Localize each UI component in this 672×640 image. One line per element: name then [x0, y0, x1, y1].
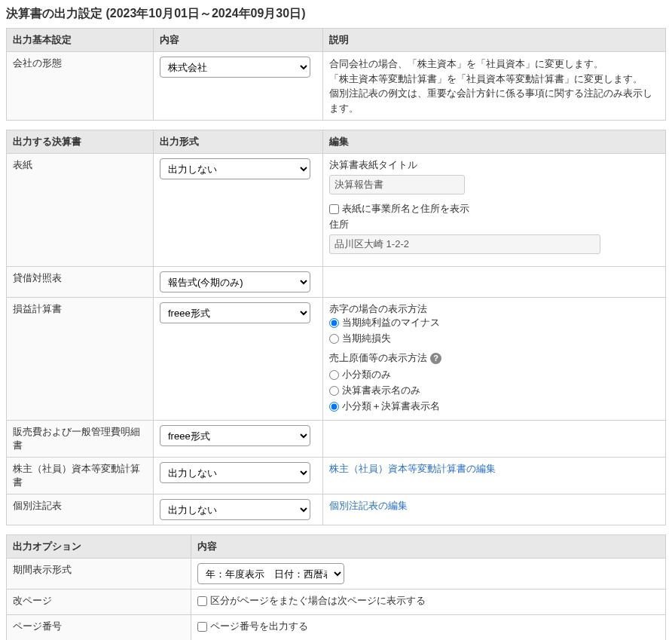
pl-label: 損益計算書: [7, 298, 154, 421]
cogs-radio-both-label: 小分類＋決算書表示名: [342, 400, 440, 413]
company-type-select[interactable]: 株式会社: [160, 57, 310, 78]
company-type-desc1: 合同会社の場合、「株主資本」を「社員資本」に変更します。: [329, 57, 659, 72]
sga-select[interactable]: freee形式: [160, 425, 310, 446]
basic-settings-table: 出力基本設定 内容 説明 会社の形態 株式会社 合同会社の場合、「株主資本」を「…: [6, 28, 666, 121]
col-content: 内容: [154, 29, 323, 52]
sga-label: 販売費および一般管理費明細書: [7, 421, 154, 458]
pagenum-checkbox[interactable]: [197, 622, 207, 632]
options-table: 出力オプション 内容 期間表示形式 年：年度表示 日付：西暦表示 改ページ 区分…: [6, 534, 666, 640]
address-label: 住所: [329, 218, 659, 231]
table-row: ページ番号 ページ番号を出力する: [7, 615, 666, 641]
notes-select[interactable]: 出力しない: [160, 499, 310, 520]
table-row: 改ページ 区分がページをまたぐ場合は次ページに表示する: [7, 589, 666, 615]
table-row: 株主（社員）資本等変動計算書 出力しない 株主（社員）資本等変動計算書の編集: [7, 458, 666, 495]
cover-label: 表紙: [7, 154, 154, 267]
table-row: 表紙 出力しない 決算書表紙タイトル 表紙に事業所名と住所を表示 住所: [7, 154, 666, 267]
table-row: 期間表示形式 年：年度表示 日付：西暦表示: [7, 559, 666, 589]
page-title: 決算書の出力設定 (2023年10月01日～2024年09月30日): [6, 6, 666, 22]
cover-title-label: 決算書表紙タイトル: [329, 158, 659, 172]
table-row: 販売費および一般管理費明細書 freee形式: [7, 421, 666, 458]
red-label: 赤字の場合の表示方法: [329, 302, 659, 316]
cogs-radio-small-label: 小分類のみ: [342, 368, 391, 381]
cogs-radio-both[interactable]: [329, 402, 339, 412]
pagebreak-checkbox[interactable]: [197, 596, 207, 606]
col-basic-setting: 出力基本設定: [7, 29, 154, 52]
table-row: 個別注記表 出力しない 個別注記表の編集: [7, 495, 666, 525]
notes-label: 個別注記表: [7, 495, 154, 525]
cogs-radio-name-label: 決算書表示名のみ: [342, 384, 420, 397]
equity-edit-link[interactable]: 株主（社員）資本等変動計算書の編集: [329, 463, 496, 474]
address-input[interactable]: [329, 234, 600, 254]
col-edit: 編集: [323, 130, 666, 154]
col-statement: 出力する決算書: [7, 130, 154, 154]
help-icon[interactable]: ?: [430, 353, 441, 364]
show-office-label: 表紙に事業所名と住所を表示: [342, 202, 469, 216]
col-format: 出力形式: [154, 130, 323, 154]
bs-label: 貸借対照表: [7, 267, 154, 298]
statements-table: 出力する決算書 出力形式 編集 表紙 出力しない 決算書表紙タイトル 表紙に事業…: [6, 130, 666, 525]
company-type-desc2: 「株主資本等変動計算書」を「社員資本等変動計算書」に変更します。: [329, 72, 659, 87]
bs-select[interactable]: 報告式(今期のみ): [160, 271, 310, 292]
equity-select[interactable]: 出力しない: [160, 462, 310, 483]
pagenum-chk-label: ページ番号を出力する: [210, 620, 308, 633]
pl-select[interactable]: freee形式: [160, 302, 310, 323]
notes-edit-link[interactable]: 個別注記表の編集: [329, 500, 408, 511]
cover-select[interactable]: 出力しない: [160, 158, 310, 179]
table-row: 会社の形態 株式会社 合同会社の場合、「株主資本」を「社員資本」に変更します。 …: [7, 52, 666, 121]
period-label: 期間表示形式: [7, 559, 191, 589]
table-row: 損益計算書 freee形式 赤字の場合の表示方法 当期純利益のマイナス 当期純損…: [7, 298, 666, 421]
red-radio-minus-label: 当期純利益のマイナス: [342, 316, 440, 329]
company-type-desc3: 個別注記表の例文は、重要な会計方針に係る事項に関する注記のみ表示します。: [329, 86, 659, 115]
company-type-label: 会社の形態: [7, 52, 154, 121]
show-office-checkbox[interactable]: [329, 204, 339, 214]
red-radio-loss-label: 当期純損失: [342, 332, 391, 345]
red-radio-minus[interactable]: [329, 318, 339, 328]
period-select[interactable]: 年：年度表示 日付：西暦表示: [197, 563, 344, 584]
cover-title-input[interactable]: [329, 175, 465, 194]
table-row: 貸借対照表 報告式(今期のみ): [7, 267, 666, 298]
cogs-radio-name[interactable]: [329, 386, 339, 396]
cogs-label: 売上原価等の表示方法: [329, 351, 427, 365]
pagebreak-chk-label: 区分がページをまたぐ場合は次ページに表示する: [210, 594, 426, 608]
red-radio-loss[interactable]: [329, 334, 339, 344]
cogs-radio-small[interactable]: [329, 370, 339, 380]
col-description: 説明: [323, 29, 666, 52]
pagenum-label: ページ番号: [7, 615, 191, 641]
equity-label: 株主（社員）資本等変動計算書: [7, 458, 154, 495]
col-option: 出力オプション: [7, 535, 191, 559]
pagebreak-label: 改ページ: [7, 589, 191, 615]
col-option-content: 内容: [191, 535, 666, 559]
